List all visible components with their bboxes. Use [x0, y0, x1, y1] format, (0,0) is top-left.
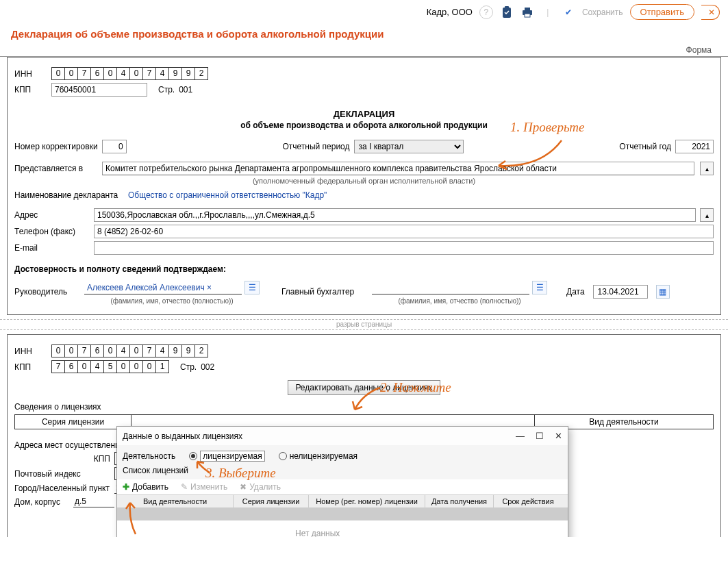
submit-to-label: Представляется в [14, 164, 97, 173]
confirm-heading: Достоверность и полноту сведений подтвер… [14, 264, 714, 274]
inn-cell[interactable]: 4 [116, 67, 130, 80]
inn-cell[interactable]: 4 [155, 67, 169, 80]
kpp-input[interactable] [51, 83, 147, 97]
email-label: E-mail [14, 243, 90, 253]
inn-label-2: ИНН [14, 347, 47, 356]
svg-rect-3 [525, 8, 530, 10]
inn-cell[interactable]: 7 [77, 67, 91, 80]
close-icon[interactable]: ✕ [701, 5, 720, 20]
inn-cell[interactable]: 7 [142, 67, 156, 80]
license-grid-header: Вид деятельности Серия лицензии Номер (р… [117, 494, 568, 508]
postal-label: Почтовый индекс [14, 469, 110, 479]
inn-cells[interactable]: 0 0 7 6 0 4 0 7 4 9 9 2 [51, 67, 208, 80]
org-name: Кадр, ООО [427, 7, 473, 17]
inn-cell[interactable]: 0 [64, 67, 78, 80]
kpp-label: КПП [14, 85, 47, 95]
kpp-label-2: КПП [14, 362, 47, 372]
radio-unlicensed[interactable]: нелицензируемая [279, 451, 357, 461]
accountant-picker-button[interactable]: ☰ [532, 281, 547, 294]
kpp-cells-2[interactable]: 760450001 [51, 360, 169, 373]
radio-dot-icon [279, 452, 287, 460]
phone-label: Телефон (факс) [14, 227, 90, 236]
year-label: Отчетный год [619, 142, 671, 151]
maximize-icon[interactable]: ☐ [536, 431, 544, 441]
grid-selected-row[interactable] [117, 508, 568, 520]
phone-input[interactable] [94, 225, 714, 238]
head-picker-button[interactable]: ☰ [244, 281, 260, 294]
declarant-value: Общество с ограниченной ответственностью… [128, 190, 327, 200]
declarant-label: Наименование декларанта [14, 190, 124, 200]
page-number-2: 002 [201, 362, 214, 372]
period-label: Отчетный период [282, 142, 349, 151]
activity-label: Деятельность [123, 451, 175, 461]
declaration-subheading: об объеме производства и оборота алкогол… [14, 121, 714, 130]
help-icon[interactable]: ? [479, 5, 493, 19]
city-label: Город/Населенный пункт [14, 484, 110, 493]
date-input[interactable]: 13.04.2021 [593, 285, 648, 299]
inn-cell[interactable]: 6 [90, 67, 104, 80]
edit-button: ✎ Изменить [181, 482, 227, 492]
license-list-label: Список лицензий [123, 466, 562, 475]
email-input[interactable] [94, 241, 714, 255]
top-toolbar: Кадр, ООО ? | ✔ Сохранить Отправить ✕ [0, 0, 728, 24]
address-picker-button[interactable]: ▴ [700, 208, 714, 222]
submit-to-input[interactable]: Комитет потребительского рынка Департаме… [102, 162, 694, 175]
page-title: Декларация об объеме производства и обор… [0, 24, 728, 45]
delete-icon: ✖ [240, 482, 247, 492]
house-label: Дом, корпус [14, 497, 69, 507]
delete-button: ✖ Удалить [240, 482, 281, 492]
plus-icon: ✚ [123, 482, 129, 492]
radio-dot-icon [189, 452, 197, 460]
clipboard-icon[interactable] [500, 5, 514, 19]
year-input[interactable] [675, 140, 714, 153]
declaration-heading: ДЕКЛАРАЦИЯ [14, 109, 714, 119]
fio-caption-2: (фамилия, имя, отчество (полностью)) [372, 297, 547, 305]
send-button[interactable]: Отправить [630, 4, 694, 20]
accountant-name-field[interactable]: . [372, 281, 529, 294]
sheet-page-1: ИНН 0 0 7 6 0 4 0 7 4 9 9 2 КПП Стр. 001… [7, 57, 721, 315]
inn-label: ИНН [14, 69, 47, 79]
authority-picker-button[interactable]: ▴ [700, 162, 714, 175]
save-button: Сохранить [582, 8, 623, 17]
inn-cell[interactable]: 2 [194, 67, 208, 80]
correction-label: Номер корректировки [14, 142, 98, 151]
period-select[interactable]: за I квартал [354, 140, 464, 153]
address-input[interactable] [94, 208, 696, 222]
inn-cell[interactable]: 0 [103, 67, 117, 80]
form-tab[interactable]: Форма [0, 45, 728, 57]
add-button[interactable]: ✚ Добавить [123, 482, 168, 492]
svg-rect-1 [505, 6, 509, 9]
page-label: Стр. [158, 85, 175, 95]
grid-col-activity: Вид деятельности [117, 495, 234, 507]
house-input[interactable] [73, 496, 114, 507]
inn-cell[interactable]: 0 [51, 67, 65, 80]
svg-rect-4 [525, 14, 530, 17]
calendar-icon[interactable]: ▦ [656, 285, 670, 299]
separator-icon: | [541, 5, 555, 19]
grid-col-series: Серия лицензии [234, 495, 309, 507]
col-series: Серия лицензии [15, 415, 131, 429]
head-label: Руководитель [14, 287, 76, 297]
head-name-field[interactable]: Алексеев Алексей Алексеевич × [84, 281, 242, 294]
chevron-down-icon[interactable]: ✔ [562, 5, 575, 19]
licenses-section-label: Сведения о лицензиях [14, 402, 714, 412]
licenses-dialog: Данные о выданных лицензиях — ☐ ✕ Деятел… [116, 426, 568, 537]
dialog-title: Данные о выданных лицензиях [123, 431, 242, 441]
close-dialog-icon[interactable]: ✕ [555, 431, 562, 441]
radio-licensed[interactable]: лицензируемая [189, 451, 264, 462]
kpp-label-3: КПП [14, 454, 110, 464]
minimize-icon[interactable]: — [516, 431, 525, 441]
inn-cell[interactable]: 9 [168, 67, 182, 80]
page-label-2: Стр. [180, 362, 197, 372]
date-label: Дата [566, 287, 585, 297]
print-icon[interactable] [520, 5, 534, 19]
inn-cell[interactable]: 9 [181, 67, 195, 80]
fio-caption-1: (фамилия, имя, отчество (полностью)) [84, 297, 260, 305]
accountant-label: Главный бухгалтер [281, 287, 364, 297]
page-number: 001 [179, 85, 192, 95]
grid-col-number: Номер (рег. номер) лицензии [309, 495, 425, 507]
correction-input[interactable] [102, 140, 127, 153]
inn-cell[interactable]: 0 [129, 67, 143, 80]
inn-cells-2[interactable]: 007604074992 [51, 344, 208, 357]
edit-licenses-button[interactable]: Редактировать данные о лицензиях [288, 380, 440, 395]
